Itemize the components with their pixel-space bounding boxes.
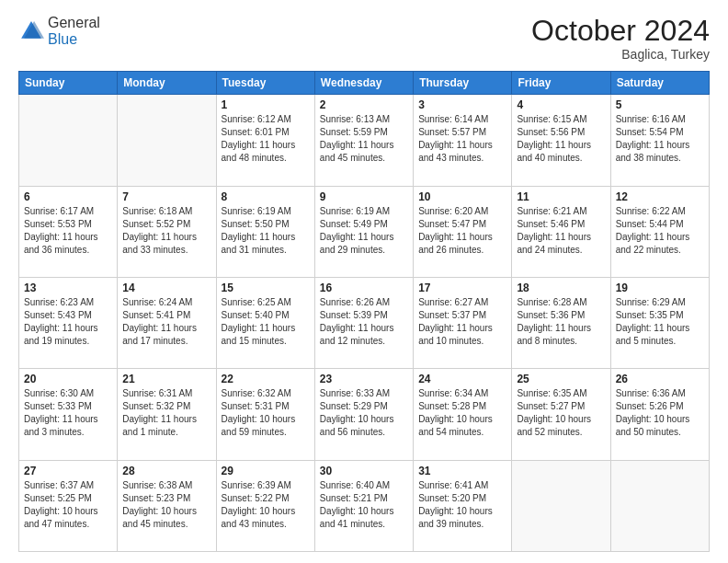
col-saturday: Saturday xyxy=(610,72,709,95)
col-monday: Monday xyxy=(118,72,216,95)
col-thursday: Thursday xyxy=(414,72,512,95)
table-row xyxy=(512,460,610,551)
table-row: 9Sunrise: 6:19 AMSunset: 5:49 PMDaylight… xyxy=(314,186,413,277)
table-row: 23Sunrise: 6:33 AMSunset: 5:29 PMDayligh… xyxy=(314,369,413,460)
table-row: 24Sunrise: 6:34 AMSunset: 5:28 PMDayligh… xyxy=(414,369,512,460)
table-row: 5Sunrise: 6:16 AMSunset: 5:54 PMDaylight… xyxy=(610,95,709,186)
col-tuesday: Tuesday xyxy=(216,72,314,95)
table-row: 27Sunrise: 6:37 AMSunset: 5:25 PMDayligh… xyxy=(19,460,118,551)
table-row: 25Sunrise: 6:35 AMSunset: 5:27 PMDayligh… xyxy=(512,369,610,460)
table-row: 13Sunrise: 6:23 AMSunset: 5:43 PMDayligh… xyxy=(19,277,118,368)
calendar-week-row: 27Sunrise: 6:37 AMSunset: 5:25 PMDayligh… xyxy=(19,460,710,551)
table-row: 16Sunrise: 6:26 AMSunset: 5:39 PMDayligh… xyxy=(314,277,413,368)
calendar-week-row: 6Sunrise: 6:17 AMSunset: 5:53 PMDaylight… xyxy=(19,186,710,277)
table-row: 29Sunrise: 6:39 AMSunset: 5:22 PMDayligh… xyxy=(216,460,314,551)
calendar-week-row: 20Sunrise: 6:30 AMSunset: 5:33 PMDayligh… xyxy=(19,369,710,460)
logo-text: General Blue xyxy=(48,15,100,48)
col-wednesday: Wednesday xyxy=(314,72,413,95)
table-row xyxy=(19,95,118,186)
calendar-table: Sunday Monday Tuesday Wednesday Thursday… xyxy=(18,71,710,552)
page: General Blue October 2024 Baglica, Turke… xyxy=(0,0,728,563)
table-row: 8Sunrise: 6:19 AMSunset: 5:50 PMDaylight… xyxy=(216,186,314,277)
logo-icon xyxy=(18,18,44,44)
table-row: 30Sunrise: 6:40 AMSunset: 5:21 PMDayligh… xyxy=(314,460,413,551)
table-row: 28Sunrise: 6:38 AMSunset: 5:23 PMDayligh… xyxy=(118,460,216,551)
table-row: 1Sunrise: 6:12 AMSunset: 6:01 PMDaylight… xyxy=(216,95,314,186)
table-row: 2Sunrise: 6:13 AMSunset: 5:59 PMDaylight… xyxy=(314,95,413,186)
table-row: 20Sunrise: 6:30 AMSunset: 5:33 PMDayligh… xyxy=(19,369,118,460)
col-sunday: Sunday xyxy=(19,72,118,95)
col-friday: Friday xyxy=(512,72,610,95)
table-row: 14Sunrise: 6:24 AMSunset: 5:41 PMDayligh… xyxy=(118,277,216,368)
table-row: 15Sunrise: 6:25 AMSunset: 5:40 PMDayligh… xyxy=(216,277,314,368)
table-row: 31Sunrise: 6:41 AMSunset: 5:20 PMDayligh… xyxy=(414,460,512,551)
table-row: 4Sunrise: 6:15 AMSunset: 5:56 PMDaylight… xyxy=(512,95,610,186)
table-row: 22Sunrise: 6:32 AMSunset: 5:31 PMDayligh… xyxy=(216,369,314,460)
table-row: 19Sunrise: 6:29 AMSunset: 5:35 PMDayligh… xyxy=(610,277,709,368)
title-block: October 2024 Baglica, Turkey xyxy=(531,15,710,62)
table-row: 12Sunrise: 6:22 AMSunset: 5:44 PMDayligh… xyxy=(610,186,709,277)
table-row: 10Sunrise: 6:20 AMSunset: 5:47 PMDayligh… xyxy=(414,186,512,277)
table-row xyxy=(610,460,709,551)
table-row: 6Sunrise: 6:17 AMSunset: 5:53 PMDaylight… xyxy=(19,186,118,277)
month-title: October 2024 xyxy=(531,15,710,47)
logo: General Blue xyxy=(18,15,100,48)
table-row: 11Sunrise: 6:21 AMSunset: 5:46 PMDayligh… xyxy=(512,186,610,277)
table-row: 17Sunrise: 6:27 AMSunset: 5:37 PMDayligh… xyxy=(414,277,512,368)
calendar-header-row: Sunday Monday Tuesday Wednesday Thursday… xyxy=(19,72,710,95)
table-row: 21Sunrise: 6:31 AMSunset: 5:32 PMDayligh… xyxy=(118,369,216,460)
table-row: 7Sunrise: 6:18 AMSunset: 5:52 PMDaylight… xyxy=(118,186,216,277)
calendar-week-row: 1Sunrise: 6:12 AMSunset: 6:01 PMDaylight… xyxy=(19,95,710,186)
table-row: 18Sunrise: 6:28 AMSunset: 5:36 PMDayligh… xyxy=(512,277,610,368)
subtitle: Baglica, Turkey xyxy=(531,47,710,62)
table-row xyxy=(118,95,216,186)
calendar-week-row: 13Sunrise: 6:23 AMSunset: 5:43 PMDayligh… xyxy=(19,277,710,368)
table-row: 26Sunrise: 6:36 AMSunset: 5:26 PMDayligh… xyxy=(610,369,709,460)
table-row: 3Sunrise: 6:14 AMSunset: 5:57 PMDaylight… xyxy=(414,95,512,186)
header: General Blue October 2024 Baglica, Turke… xyxy=(18,15,710,62)
